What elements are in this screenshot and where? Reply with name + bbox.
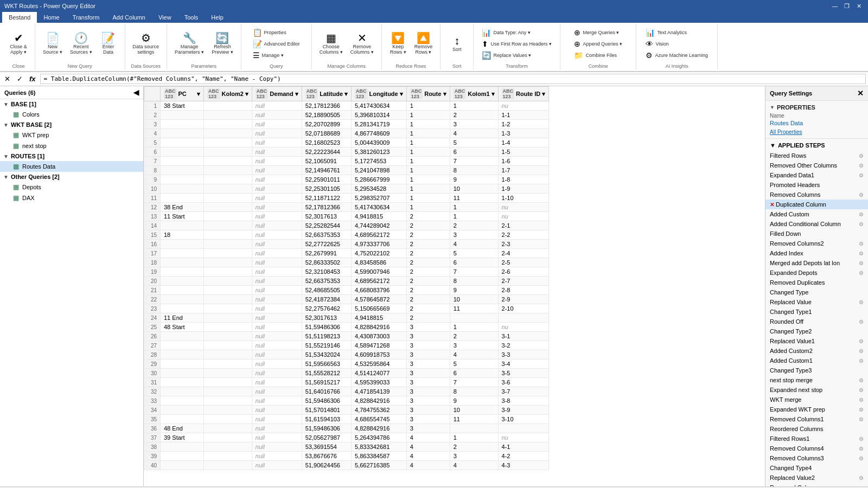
col-header-demand[interactable]: ABC123 Demand ▾ — [252, 87, 302, 101]
table-row[interactable]: 23null52,275764625,1506656692112-10 — [144, 304, 549, 313]
step-gear-icon[interactable]: ⚙ — [859, 338, 864, 344]
step-gear-icon[interactable]: ⚙ — [859, 475, 864, 481]
replace-values-button[interactable]: 🔄 Replace Values ▾ — [479, 50, 534, 61]
manage-button[interactable]: ☰ Manage ▾ — [250, 50, 293, 61]
text-analytics-button[interactable]: 📊 Text Analytics — [643, 27, 690, 38]
query-group-routes-header[interactable]: ▼ ROUTES [1] — [0, 151, 143, 161]
step-item[interactable]: Rounded Off⚙ — [765, 317, 868, 326]
step-item[interactable]: Added Custom1⚙ — [765, 356, 868, 365]
step-gear-icon[interactable]: ⚙ — [859, 358, 864, 364]
step-gear-icon[interactable]: ⚙ — [859, 348, 864, 354]
tab-add-column[interactable]: Add Column — [106, 12, 152, 23]
query-item-next-stop[interactable]: ▦ next stop — [0, 140, 143, 151]
col-header-route[interactable]: ABC123 Route ▾ — [406, 87, 450, 101]
step-item[interactable]: ✕Duplicated Column — [765, 200, 868, 209]
table-row[interactable]: 40null51,906244565,662716385444-3 — [144, 461, 549, 470]
choose-columns-button[interactable]: ▦ ChooseColumns ▾ — [316, 30, 346, 57]
pc-filter-icon[interactable]: ▾ — [197, 91, 200, 98]
new-source-button[interactable]: 📄 NewSource ▾ — [40, 30, 66, 57]
step-gear-icon[interactable]: ⚙ — [859, 153, 864, 159]
step-item[interactable]: Reordered Columns — [765, 424, 868, 434]
step-item[interactable]: Changed Type4 — [765, 463, 868, 473]
longitude-filter-icon[interactable]: ▾ — [400, 91, 403, 98]
table-row[interactable]: 32null51,640167664,471854139383-7 — [144, 387, 549, 396]
step-item[interactable]: Expanded WKT prep⚙ — [765, 404, 868, 414]
query-group-other-header[interactable]: ▼ Other Queries [2] — [0, 172, 143, 182]
kolom2-filter-icon[interactable]: ▾ — [245, 91, 248, 98]
step-item[interactable]: Replaced Value⚙ — [765, 297, 868, 307]
step-gear-icon[interactable]: ⚙ — [859, 270, 864, 276]
table-row[interactable]: 2548 Startnull51,594863064,82884291631nu — [144, 323, 549, 332]
data-grid-container[interactable]: ABC123 PC ▾ ABC123 Kolom2 ▾ — [144, 86, 765, 486]
vision-button[interactable]: 👁 Vision — [643, 38, 686, 49]
query-item-routes-data[interactable]: ▦ Routes Data — [0, 161, 143, 172]
col-header-latitude[interactable]: ABC123 Latitude ▾ — [302, 87, 351, 101]
step-item[interactable]: Promoted Headers — [765, 180, 868, 190]
step-gear-icon[interactable]: ⚙ — [859, 416, 864, 422]
table-row[interactable]: 1311 Startnull52,30176134,941881521nu — [144, 212, 549, 221]
formula-fx-icon[interactable]: fx — [27, 74, 38, 84]
step-gear-icon[interactable]: ⚙ — [859, 455, 864, 461]
table-row[interactable]: 26null51,511982134,430873003323-1 — [144, 332, 549, 341]
step-item[interactable]: Expanded Data1⚙ — [765, 170, 868, 180]
col-header-longitude[interactable]: ABC123 Longitude ▾ — [352, 87, 407, 101]
table-row[interactable]: 2null52,188905055,396810314121-1 — [144, 111, 549, 120]
table-row[interactable]: 22null52,418723844,5786458722102-9 — [144, 295, 549, 304]
formula-reject-icon[interactable]: ✕ — [2, 74, 12, 84]
tab-tools[interactable]: Tools — [178, 12, 205, 23]
step-item[interactable]: Filled Down — [765, 229, 868, 239]
sort-button[interactable]: ↕ Sort — [445, 33, 469, 54]
step-item[interactable]: Replaced Value2⚙ — [765, 473, 868, 483]
table-row[interactable]: 2411 Endnull52,30176134,94188152 — [144, 313, 549, 323]
tab-home[interactable]: Home — [37, 12, 66, 23]
close-button[interactable]: ✕ — [854, 1, 864, 11]
keep-rows-button[interactable]: 🔽 KeepRows ▾ — [386, 30, 410, 57]
table-row[interactable]: 19null52,321084534,599007946272-6 — [144, 267, 549, 277]
step-gear-icon[interactable]: ⚙ — [859, 319, 864, 325]
formula-input[interactable] — [40, 74, 866, 84]
step-item[interactable]: Added Custom2⚙ — [765, 346, 868, 356]
table-row[interactable]: 3739 Startnull52,056279875,26439478641nu — [144, 433, 549, 442]
step-item[interactable]: Replaced Value1⚙ — [765, 336, 868, 346]
table-row[interactable]: 6null52,222236445,381260123161-5 — [144, 147, 549, 157]
tab-transform[interactable]: Transform — [66, 12, 106, 23]
table-row[interactable]: 20null52,663753534,689562172282-7 — [144, 277, 549, 286]
query-settings-close-icon[interactable]: ✕ — [857, 89, 864, 98]
step-item[interactable]: Removed Other Columns⚙ — [765, 160, 868, 170]
table-row[interactable]: 8null52,149467615,241047898181-7 — [144, 166, 549, 175]
col-header-kolom2[interactable]: ABC123 Kolom2 ▾ — [204, 87, 252, 101]
step-gear-icon[interactable]: ⚙ — [859, 241, 864, 247]
tab-view[interactable]: View — [152, 12, 178, 23]
step-item[interactable]: Removed Columns2⚙ — [765, 239, 868, 248]
step-item[interactable]: Removed Columns4⚙ — [765, 444, 868, 453]
step-item[interactable]: Expanded Depots⚙ — [765, 268, 868, 278]
name-value[interactable]: Routes Data — [770, 120, 864, 126]
col-header-route-id[interactable]: ABC123 Route ID ▾ — [498, 87, 549, 101]
step-gear-icon[interactable]: ⚙ — [859, 251, 864, 256]
demand-filter-icon[interactable]: ▾ — [295, 91, 298, 98]
step-gear-icon[interactable]: ⚙ — [859, 192, 864, 198]
table-row[interactable]: 21null52,486855054,668083796292-8 — [144, 286, 549, 295]
table-row[interactable]: 34null51,570148014,7847553623103-9 — [144, 406, 549, 415]
properties-button[interactable]: 📋 Properties — [250, 27, 293, 38]
query-item-dax[interactable]: ▦ DAX — [0, 192, 143, 203]
query-item-colors[interactable]: ▦ Colors — [0, 109, 143, 120]
table-row[interactable]: 28null51,534320244,609918753343-3 — [144, 350, 549, 359]
table-row[interactable]: 18null52,863335024,83458586262-5 — [144, 258, 549, 267]
step-item[interactable]: WKT merge⚙ — [765, 395, 868, 404]
refresh-preview-button[interactable]: 🔄 RefreshPreview ▾ — [208, 30, 237, 57]
azure-ml-button[interactable]: ⚙ Azure Machine Learning — [643, 50, 711, 61]
table-row[interactable]: 5null52,168025235,004439009151-4 — [144, 138, 549, 147]
step-item[interactable]: Filtered Rows1⚙ — [765, 434, 868, 444]
step-item[interactable]: Added Conditional Column⚙ — [765, 219, 868, 229]
step-gear-icon[interactable]: ⚙ — [859, 163, 864, 169]
all-properties-link[interactable]: All Properties — [770, 129, 802, 135]
table-row[interactable]: 30null51,555282124,514124077363-5 — [144, 369, 549, 378]
step-gear-icon[interactable]: ⚙ — [859, 211, 864, 217]
step-item[interactable]: Renamed Columns — [765, 483, 868, 486]
manage-parameters-button[interactable]: 🔧 ManageParameters ▾ — [171, 30, 207, 57]
step-delete-icon[interactable]: ✕ — [770, 202, 774, 208]
step-gear-icon[interactable]: ⚙ — [859, 436, 864, 442]
table-row[interactable]: 4null52,071886894,867748609141-3 — [144, 129, 549, 138]
step-item[interactable]: Changed Type2 — [765, 326, 868, 336]
